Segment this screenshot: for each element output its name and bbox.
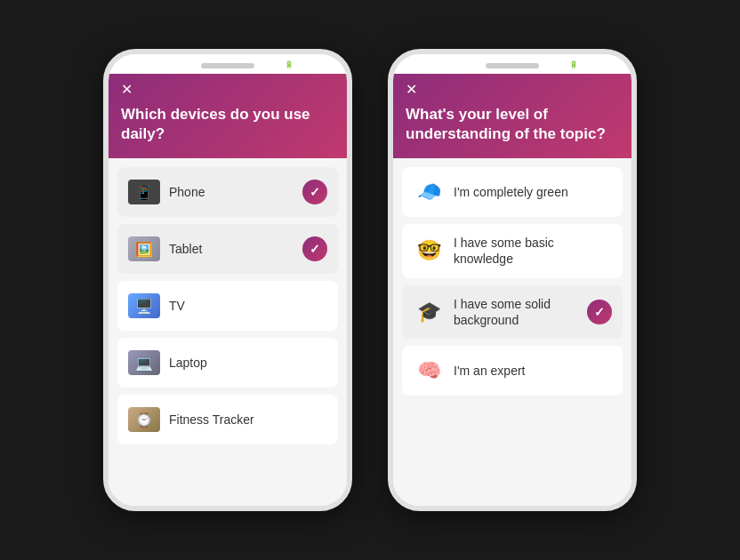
option-basic[interactable]: 🤓 I have some basic knowledge xyxy=(402,224,623,277)
header-1: ✕ Which devices do you use daily? xyxy=(109,74,347,158)
close-button-2[interactable]: ✕ xyxy=(406,81,619,98)
option-expert-label: I'm an expert xyxy=(454,363,526,379)
question-title-2: What's your level of understanding of th… xyxy=(406,105,619,144)
time-1: 08:00 xyxy=(318,60,338,68)
phone-1: ▲▲▲ 🔋 100% 08:00 ✕ Which devices do you … xyxy=(103,49,352,511)
signal-icon-2: ▲▲▲ xyxy=(545,60,567,68)
check-solid xyxy=(587,300,612,324)
expert-icon: 🧠 xyxy=(413,358,445,383)
option-laptop-label: Laptop xyxy=(169,355,207,371)
tv-icon: 🖥️ xyxy=(128,293,160,318)
option-tv[interactable]: 🖥️ TV xyxy=(117,281,338,331)
option-laptop[interactable]: 💻 Laptop xyxy=(117,338,338,388)
option-tablet-left: 🖼️ Tablet xyxy=(128,236,302,261)
solid-icon: 🎓 xyxy=(413,300,445,324)
option-expert[interactable]: 🧠 I'm an expert xyxy=(402,346,623,396)
option-solid-left: 🎓 I have some solid background xyxy=(413,296,587,328)
check-phone xyxy=(302,180,327,204)
tablet-icon: 🖼️ xyxy=(128,236,160,261)
laptop-icon: 💻 xyxy=(128,350,160,375)
basic-icon: 🤓 xyxy=(413,238,445,263)
status-bar-2: ▲▲▲ 🔋 100% 08:00 xyxy=(393,54,631,74)
option-phone[interactable]: 📱 Phone xyxy=(117,167,338,217)
option-tablet-label: Tablet xyxy=(169,241,202,257)
option-green-left: 🧢 I'm completely green xyxy=(413,180,612,204)
option-fitness-label: Fitness Tracker xyxy=(169,412,254,428)
close-button-1[interactable]: ✕ xyxy=(121,81,334,98)
phone-2: ▲▲▲ 🔋 100% 08:00 ✕ What's your level of … xyxy=(388,49,637,511)
option-fitness-left: ⌚ Fitness Tracker xyxy=(128,407,327,432)
options-list-2: 🧢 I'm completely green 🤓 I have some bas… xyxy=(393,158,631,506)
option-tablet[interactable]: 🖼️ Tablet xyxy=(117,224,338,274)
option-laptop-left: 💻 Laptop xyxy=(128,350,327,375)
option-phone-left: 📱 Phone xyxy=(128,180,302,204)
fitness-icon: ⌚ xyxy=(128,407,160,432)
option-solid[interactable]: 🎓 I have some solid background xyxy=(402,285,623,339)
option-basic-left: 🤓 I have some basic knowledge xyxy=(413,235,612,267)
option-basic-label: I have some basic knowledge xyxy=(454,235,612,267)
status-bar-1: ▲▲▲ 🔋 100% 08:00 xyxy=(109,54,347,74)
signal-icon-1: ▲▲▲ xyxy=(261,60,282,68)
option-green[interactable]: 🧢 I'm completely green xyxy=(402,167,623,217)
option-fitness[interactable]: ⌚ Fitness Tracker xyxy=(117,395,338,444)
option-expert-left: 🧠 I'm an expert xyxy=(413,358,612,383)
check-tablet xyxy=(302,236,327,261)
option-tv-left: 🖥️ TV xyxy=(128,293,327,318)
options-list-1: 📱 Phone 🖼️ Tablet 🖥️ TV 💻 Laptop xyxy=(109,158,347,506)
question-title-1: Which devices do you use daily? xyxy=(121,105,334,144)
header-2: ✕ What's your level of understanding of … xyxy=(393,74,631,158)
option-green-label: I'm completely green xyxy=(454,184,568,200)
option-tv-label: TV xyxy=(169,298,185,314)
option-solid-label: I have some solid background xyxy=(454,296,587,328)
green-icon: 🧢 xyxy=(413,180,445,204)
phone-icon: 📱 xyxy=(128,180,160,204)
battery-2: 🔋 100% xyxy=(569,60,599,68)
time-2: 08:00 xyxy=(602,60,623,68)
battery-1: 🔋 100% xyxy=(285,60,314,68)
option-phone-label: Phone xyxy=(169,184,205,200)
